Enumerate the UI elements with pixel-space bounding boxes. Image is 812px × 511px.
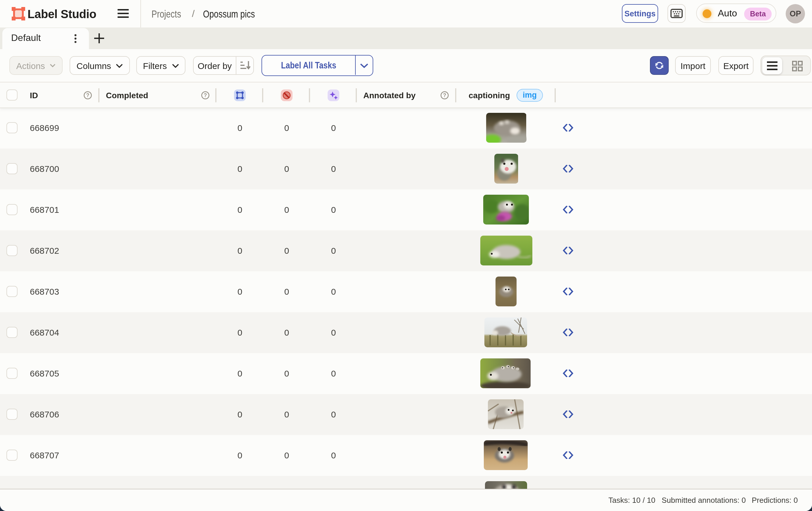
svg-text:?: ? (86, 92, 89, 98)
svg-text:?: ? (204, 92, 207, 98)
svg-text:?: ? (443, 92, 446, 98)
